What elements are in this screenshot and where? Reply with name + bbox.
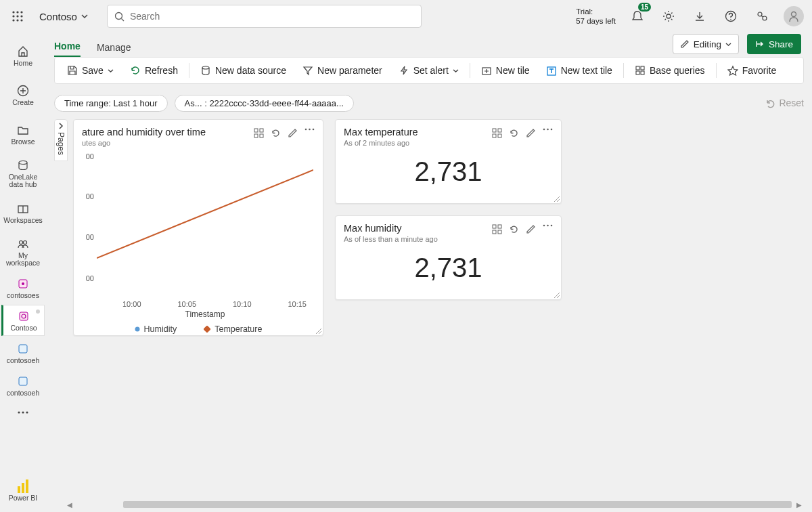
rail-create[interactable]: Create <box>1 76 45 114</box>
settings-button[interactable] <box>659 7 678 26</box>
rail-more[interactable] <box>1 402 45 423</box>
reset-button[interactable]: Reset <box>765 98 804 108</box>
legend-temperature[interactable]: Temperature <box>204 324 262 334</box>
pages-panel-toggle[interactable]: Pages <box>54 119 68 161</box>
chevron-down-icon <box>81 13 88 20</box>
star-icon <box>727 65 738 76</box>
scroll-thumb[interactable] <box>123 501 792 508</box>
rail-browse[interactable]: Browse <box>1 115 45 153</box>
powerbi-icon <box>16 479 30 493</box>
svg-line-50 <box>97 170 313 258</box>
svg-rect-43 <box>254 129 258 132</box>
tab-manage[interactable]: Manage <box>97 42 131 57</box>
search-field[interactable] <box>130 11 414 22</box>
svg-rect-39 <box>636 66 639 70</box>
svg-point-11 <box>667 14 671 18</box>
help-button[interactable] <box>721 7 740 26</box>
people-icon <box>16 237 30 251</box>
maxtemp-title: Max temperature <box>344 127 418 137</box>
tile-chart-subtitle: utes ago <box>82 139 206 147</box>
new-parameter-button[interactable]: New parameter <box>296 58 389 83</box>
feedback-button[interactable] <box>752 7 771 26</box>
tile-explore-icon[interactable] <box>492 224 502 234</box>
notifications-button[interactable]: 15 <box>628 7 647 26</box>
svg-point-48 <box>309 129 311 131</box>
svg-rect-42 <box>641 71 644 74</box>
svg-point-4 <box>16 15 18 17</box>
eventhouse-icon <box>16 342 30 356</box>
svg-point-25 <box>22 282 24 285</box>
chevron-down-icon <box>108 68 114 74</box>
user-avatar[interactable] <box>784 6 804 26</box>
datasource-icon <box>16 277 30 291</box>
timerange-pill[interactable]: Time range: Last 1 hour <box>54 95 168 112</box>
tile-edit-icon[interactable] <box>526 224 536 234</box>
svg-rect-56 <box>498 134 501 137</box>
rail-contosoeh-1[interactable]: contosoeh <box>1 337 45 368</box>
resize-handle[interactable] <box>554 196 560 202</box>
tile-edit-icon[interactable] <box>526 128 536 138</box>
new-datasource-button[interactable]: New data source <box>194 58 293 83</box>
svg-rect-60 <box>493 225 496 228</box>
tile-more-icon[interactable] <box>304 128 315 138</box>
onelake-icon <box>16 158 30 172</box>
app-launcher-icon[interactable] <box>8 7 27 26</box>
as-pill[interactable]: As... : 2222cccc-33dd-eeee-ff44-aaaaa... <box>175 95 354 112</box>
search-input[interactable] <box>107 5 422 28</box>
tile-more-icon[interactable] <box>543 224 553 234</box>
tile-refresh-icon[interactable] <box>509 128 519 138</box>
tile-explore-icon[interactable] <box>492 128 502 138</box>
tile-edit-icon[interactable] <box>288 128 298 138</box>
save-icon <box>67 65 78 76</box>
pencil-icon <box>680 39 690 49</box>
rail-my-workspace[interactable]: My workspace <box>1 233 45 271</box>
refresh-button[interactable]: Refresh <box>123 58 185 83</box>
svg-rect-53 <box>493 129 496 132</box>
svg-point-3 <box>12 15 14 17</box>
svg-point-0 <box>12 11 14 13</box>
resize-handle[interactable] <box>554 293 560 298</box>
svg-rect-55 <box>493 134 496 137</box>
scroll-right-arrow[interactable]: ▶ <box>794 500 804 509</box>
share-button[interactable]: Share <box>747 34 801 54</box>
rail-contosoes[interactable]: contosoes <box>1 272 45 303</box>
svg-point-51 <box>135 327 139 332</box>
tile-refresh-icon[interactable] <box>271 128 281 138</box>
svg-rect-34 <box>22 483 24 493</box>
svg-rect-61 <box>498 225 501 228</box>
notification-badge: 15 <box>638 3 651 12</box>
editing-dropdown[interactable]: Editing <box>673 34 739 54</box>
rail-onelake[interactable]: OneLake data hub <box>1 154 45 192</box>
svg-point-47 <box>305 129 307 131</box>
rail-contoso-active[interactable]: Contoso <box>1 305 45 336</box>
tile-refresh-icon[interactable] <box>509 224 519 234</box>
resize-handle[interactable] <box>316 328 321 334</box>
new-tile-button[interactable]: New tile <box>474 58 537 83</box>
base-queries-button[interactable]: Base queries <box>628 58 712 83</box>
svg-point-65 <box>547 225 549 227</box>
rail-workspaces[interactable]: Workspaces <box>1 194 45 232</box>
chart-plot: 00 00 00 00 10:00 10:05 10:10 10:15 <box>74 150 323 319</box>
svg-rect-54 <box>498 129 501 132</box>
save-button[interactable]: Save <box>60 58 120 83</box>
svg-point-49 <box>313 129 315 131</box>
download-button[interactable] <box>690 7 709 26</box>
svg-rect-52 <box>204 326 210 333</box>
rail-contosoeh-2[interactable]: contosoeh <box>1 370 45 401</box>
legend-humidity[interactable]: Humidity <box>135 324 177 334</box>
new-text-tile-button[interactable]: New text tile <box>539 58 619 83</box>
tile-chart: ature and humidity over time utes ago 00… <box>73 119 323 336</box>
rail-home[interactable]: Home <box>1 37 45 74</box>
horizontal-scrollbar[interactable]: ◀ ▶ <box>65 500 804 509</box>
tile-more-icon[interactable] <box>543 128 553 138</box>
svg-point-58 <box>547 129 549 131</box>
svg-point-30 <box>18 411 20 413</box>
scroll-left-arrow[interactable]: ◀ <box>65 500 74 509</box>
favorite-button[interactable]: Favorite <box>721 58 784 83</box>
rail-powerbi[interactable]: Power BI <box>1 473 45 508</box>
set-alert-button[interactable]: Set alert <box>392 58 466 83</box>
svg-rect-41 <box>636 71 639 74</box>
workspace-dropdown[interactable]: Contoso <box>39 11 88 22</box>
tab-home[interactable]: Home <box>54 41 81 57</box>
tile-explore-icon[interactable] <box>254 128 264 138</box>
